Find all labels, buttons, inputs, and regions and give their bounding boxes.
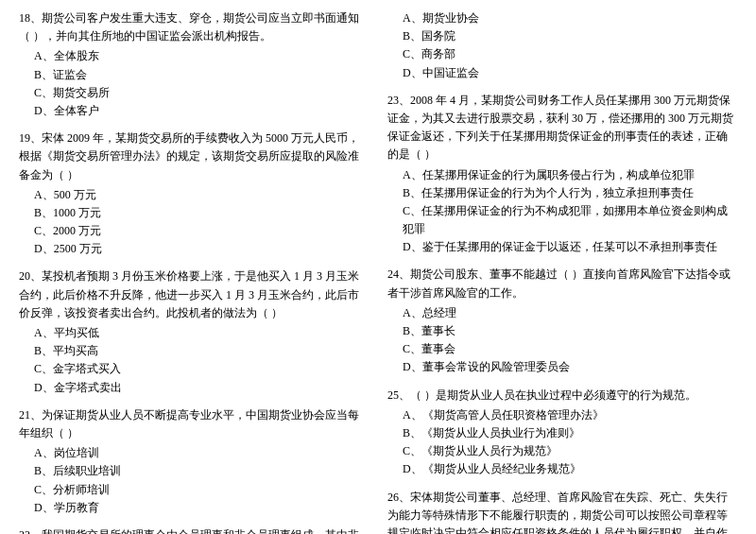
option-22d: D、中国证监会 <box>403 64 737 82</box>
option-19c: C、2000 万元 <box>34 222 369 240</box>
option-24c: C、董事会 <box>403 340 737 358</box>
q18-options: A、全体股东 B、证监会 C、期货交易所 D、全体客户 <box>34 47 369 120</box>
q20-options: A、平均买低 B、平均买高 C、金字塔式买入 D、金字塔式卖出 <box>34 324 369 397</box>
option-25c: C、《期货从业人员行为规范》 <box>403 442 737 460</box>
q26-text: 26、宋体期货公司董事、总经理、首席风险官在失踪、死亡、失失行为能力等特殊情形下… <box>387 489 737 535</box>
option-18a: A、全体股东 <box>34 47 369 65</box>
option-23d: D、鉴于任某挪用的保证金于以返还，任某可以不承担刑事责任 <box>403 238 737 256</box>
option-18c: C、期货交易所 <box>34 84 369 102</box>
q23-options: A、任某挪用保证金的行为属职务侵占行为，构成单位犯罪 B、任某挪用保证金的行为为… <box>403 166 737 257</box>
question-22-options: A、期货业协会 B、国务院 C、商务部 D、中国证监会 <box>387 9 737 82</box>
option-22c: C、商务部 <box>403 45 737 63</box>
option-23a: A、任某挪用保证金的行为属职务侵占行为，构成单位犯罪 <box>403 166 737 184</box>
question-24: 24、期货公司股东、董事不能越过（ ）直接向首席风险官下达指令或者干涉首席风险官… <box>387 266 737 376</box>
q21-text: 21、为保证期货从业人员不断提高专业水平，中国期货业协会应当每年组织（ ） <box>19 406 369 442</box>
option-19a: A、500 万元 <box>34 186 369 204</box>
question-23: 23、2008 年 4 月，某期货公司财务工作人员任某挪用 300 万元期货保证… <box>387 92 737 257</box>
option-25a: A、《期货高管人员任职资格管理办法》 <box>403 406 737 424</box>
option-23c: C、任某挪用保证金的行为不构成犯罪，如挪用本单位资金则构成犯罪 <box>403 202 737 238</box>
q25-options: A、《期货高管人员任职资格管理办法》 B、《期货从业人员执业行为准则》 C、《期… <box>403 406 737 479</box>
option-22a: A、期货业协会 <box>403 9 737 27</box>
option-22b: B、国务院 <box>403 27 737 45</box>
q20-text: 20、某投机者预期 3 月份玉米价格要上涨，于是他买入 1 月 3 月玉米合约，… <box>19 267 369 322</box>
option-25d: D、《期货从业人员经纪业务规范》 <box>403 460 737 478</box>
q22-right-options: A、期货业协会 B、国务院 C、商务部 D、中国证监会 <box>403 9 737 82</box>
question-25: 25、（ ）是期货从业人员在执业过程中必须遵守的行为规范。 A、《期货高管人员任… <box>387 387 737 479</box>
option-20b: B、平均买高 <box>34 342 369 360</box>
option-21a: A、岗位培训 <box>34 444 369 462</box>
option-21b: B、后续职业培训 <box>34 462 369 480</box>
question-19: 19、宋体 2009 年，某期货交易所的手续费收入为 5000 万元人民币，根据… <box>19 129 369 258</box>
option-19d: D、2500 万元 <box>34 240 369 258</box>
q22-text: 22、我国期货交易所的理事会由会员理事和非会员理事组成，其中非会员理事由（ ）委… <box>19 526 369 534</box>
question-21: 21、为保证期货从业人员不断提高专业水平，中国期货业协会应当每年组织（ ） A、… <box>19 406 369 517</box>
question-26: 26、宋体期货公司董事、总经理、首席风险官在失踪、死亡、失失行为能力等特殊情形下… <box>387 489 737 535</box>
option-24b: B、董事长 <box>403 322 737 340</box>
q19-options: A、500 万元 B、1000 万元 C、2000 万元 D、2500 万元 <box>34 186 369 259</box>
option-24a: A、总经理 <box>403 304 737 322</box>
option-23b: B、任某挪用保证金的行为为个人行为，独立承担刑事责任 <box>403 184 737 202</box>
option-24d: D、董事会常设的风险管理委员会 <box>403 358 737 376</box>
option-20a: A、平均买低 <box>34 324 369 342</box>
q24-text: 24、期货公司股东、董事不能越过（ ）直接向首席风险官下达指令或者干涉首席风险官… <box>387 266 737 301</box>
option-18d: D、全体客户 <box>34 102 369 120</box>
question-18: 18、期货公司客户发生重大违支、穿仓，期货公司应当立即书面通知（ ），并向其住所… <box>19 9 369 120</box>
option-21c: C、分析师培训 <box>34 481 369 499</box>
q21-options: A、岗位培训 B、后续职业培训 C、分析师培训 D、学历教育 <box>34 444 369 517</box>
option-18b: B、证监会 <box>34 66 369 84</box>
question-22: 22、我国期货交易所的理事会由会员理事和非会员理事组成，其中非会员理事由（ ）委… <box>19 526 369 534</box>
option-20d: D、金字塔式卖出 <box>34 379 369 397</box>
left-column: 18、期货公司客户发生重大违支、穿仓，期货公司应当立即书面通知（ ），并向其住所… <box>19 9 369 534</box>
q19-text: 19、宋体 2009 年，某期货交易所的手续费收入为 5000 万元人民币，根据… <box>19 129 369 184</box>
option-20c: C、金字塔式买入 <box>34 360 369 378</box>
right-column: A、期货业协会 B、国务院 C、商务部 D、中国证监会 23、2008 年 4 … <box>387 9 737 534</box>
option-25b: B、《期货从业人员执业行为准则》 <box>403 424 737 442</box>
q23-text: 23、2008 年 4 月，某期货公司财务工作人员任某挪用 300 万元期货保证… <box>387 92 737 164</box>
q18-text: 18、期货公司客户发生重大违支、穿仓，期货公司应当立即书面通知（ ），并向其住所… <box>19 9 369 45</box>
option-19b: B、1000 万元 <box>34 204 369 222</box>
q25-text: 25、（ ）是期货从业人员在执业过程中必须遵守的行为规范。 <box>387 387 737 405</box>
q24-options: A、总经理 B、董事长 C、董事会 D、董事会常设的风险管理委员会 <box>403 304 737 377</box>
option-21d: D、学历教育 <box>34 499 369 517</box>
question-20: 20、某投机者预期 3 月份玉米价格要上涨，于是他买入 1 月 3 月玉米合约，… <box>19 267 369 396</box>
